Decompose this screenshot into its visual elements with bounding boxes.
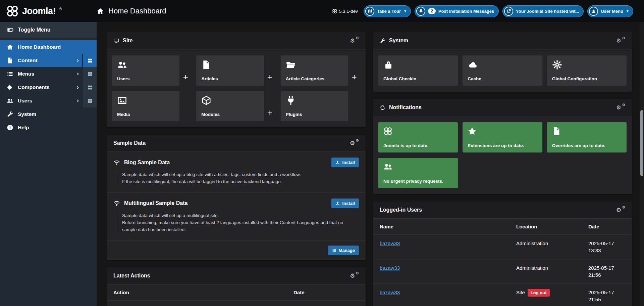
- post-installation-messages-button[interactable]: 2 Post Installation Messages: [415, 5, 499, 17]
- user-icon: [589, 7, 598, 16]
- toggle-menu-label: Toggle Menu: [18, 27, 50, 33]
- sidebar-item-home-dashboard: Home Dashboard: [0, 40, 97, 54]
- wrench-icon: [380, 38, 385, 44]
- site-card-header: Site ⚙⚙: [107, 32, 366, 49]
- scrollbar-thumb[interactable]: [640, 110, 643, 176]
- chevron-right-icon: ›: [77, 84, 79, 90]
- card-options-button[interactable]: ⚙⚙: [616, 207, 625, 213]
- add-user-button[interactable]: +: [179, 55, 192, 86]
- sidebar-item-users: Users ›: [0, 94, 97, 107]
- brand-wordmark: Joomla!: [22, 6, 56, 16]
- menus-dashboard-button[interactable]: [83, 67, 97, 81]
- card-options-button[interactable]: ⚙⚙: [350, 140, 359, 146]
- plug-icon: [286, 95, 343, 105]
- content-link[interactable]: Content ›: [0, 54, 82, 67]
- trademark: ®: [59, 7, 62, 11]
- topbar-actions: 5.3.1-dev Take a Tour ▼ 2 Post Installat…: [332, 5, 644, 17]
- quick-icon-label: Cache: [468, 76, 537, 81]
- multilingual-sample-data-section: Multilingual Sample Data Install Sample …: [107, 193, 366, 241]
- help-link[interactable]: Help: [0, 121, 97, 134]
- quick-icon-cache[interactable]: Cache: [463, 55, 542, 86]
- site-card: Site ⚙⚙ Users + Articles +: [107, 32, 366, 127]
- sample-data-description: Sample data which will set up a blog sit…: [117, 171, 359, 185]
- quick-icon-modules[interactable]: Modules: [196, 91, 264, 121]
- sample-data-card-header: Sample Data ⚙⚙: [107, 135, 366, 152]
- notification-privacy-requests[interactable]: No urgent privacy requests.: [378, 158, 458, 188]
- location-cell: Administration: [509, 259, 582, 284]
- users-dashboard-button[interactable]: [83, 94, 97, 107]
- add-article-button[interactable]: +: [264, 55, 276, 86]
- user-link[interactable]: bazaw33: [380, 290, 400, 295]
- toggle-menu-button[interactable]: Toggle Menu: [0, 22, 97, 38]
- quick-icon-media[interactable]: Media: [112, 91, 179, 121]
- grid-icon: [87, 98, 93, 104]
- topbar: Joomla! ® Home Dashboard 5.3.1-dev Take …: [0, 0, 644, 22]
- left-column: Site ⚙⚙ Users + Articles +: [107, 32, 366, 306]
- card-options-button[interactable]: ⚙⚙: [350, 37, 359, 44]
- quick-icon-label: Global Configuration: [552, 76, 622, 81]
- latest-actions-card: Latest Actions ⚙⚙ Action Date User bazaw…: [107, 267, 366, 306]
- quick-icon-label: Modules: [201, 112, 259, 117]
- table-row: bazaw33 Administration 2025-05-17 21:56: [373, 259, 632, 284]
- card-options-button[interactable]: ⚙⚙: [616, 104, 625, 111]
- table-row: User bazaw33 logged in to admin Less tha…: [107, 300, 366, 306]
- quick-icon-plugins[interactable]: Plugins: [281, 91, 348, 121]
- card-options-button[interactable]: ⚙⚙: [350, 272, 359, 279]
- quick-icon-global-configuration[interactable]: Global Configuration: [547, 55, 627, 86]
- home-dashboard-link[interactable]: Home Dashboard: [0, 40, 97, 54]
- table-row: bazaw33 SiteLog out 2025-05-17 21:55: [373, 284, 632, 306]
- components-link[interactable]: Components ›: [0, 81, 82, 94]
- install-multilingual-sample-button[interactable]: Install: [331, 199, 359, 208]
- quick-icon-article-categories[interactable]: Article Categories: [281, 55, 348, 86]
- quick-icon-label: Users: [117, 76, 174, 81]
- system-link[interactable]: System: [0, 107, 97, 121]
- user-menu-button[interactable]: User Menu ▼: [587, 5, 633, 17]
- hosted-site-button[interactable]: Your Joomla! Site hosted wit...: [502, 5, 584, 17]
- content-dashboard-button[interactable]: [83, 54, 97, 67]
- components-dashboard-button[interactable]: [83, 81, 97, 94]
- add-category-button[interactable]: +: [348, 55, 360, 86]
- notification-overrides-up-to-date[interactable]: Overrides are up to date.: [547, 122, 627, 152]
- sidebar-item-label: Content: [18, 57, 72, 63]
- quick-icon-label: Plugins: [286, 112, 343, 117]
- sidebar-item-help: Help: [0, 121, 97, 134]
- quick-icon-articles[interactable]: Articles: [196, 55, 264, 86]
- menus-link[interactable]: Menus ›: [0, 67, 82, 81]
- log-out-button[interactable]: Log out: [528, 289, 550, 297]
- notification-joomla-up-to-date[interactable]: Joomla is up to date.: [378, 122, 458, 152]
- logged-in-users-card-header: Logged-in Users ⚙⚙: [373, 202, 632, 219]
- date-cell: 2025-05-17 13:33: [582, 235, 632, 259]
- column-header-date: Date: [287, 285, 366, 301]
- users-icon: [7, 97, 13, 104]
- card-title: System: [389, 38, 408, 44]
- quick-icon-users[interactable]: Users: [112, 55, 179, 86]
- home-icon: [97, 7, 104, 15]
- spacer: [348, 91, 360, 121]
- quick-icon-label: Global Checkin: [383, 76, 453, 81]
- add-module-button[interactable]: +: [264, 91, 276, 121]
- system-card: System ⚙⚙ Global Checkin Cache Global Co…: [373, 32, 632, 92]
- notifications-card: Notifications ⚙⚙ Joomla is up to date. E…: [373, 99, 632, 194]
- info-icon: [7, 124, 13, 131]
- chevron-down-icon: ▼: [627, 10, 629, 13]
- sample-data-card: Sample Data ⚙⚙ Blog Sample Data Install …: [107, 135, 366, 260]
- version-text: 5.3.1-dev: [339, 9, 358, 14]
- notification-extensions-up-to-date[interactable]: Extensions are up to date.: [463, 122, 542, 152]
- home-icon: [7, 44, 13, 50]
- sidebar-item-label: Components: [18, 84, 72, 90]
- name-cell: bazaw33: [373, 284, 509, 306]
- user-link[interactable]: bazaw33: [380, 241, 400, 246]
- chevron-right-icon: ›: [77, 70, 79, 77]
- date-cell: Less than a minute ago: [287, 300, 366, 306]
- take-a-tour-button[interactable]: Take a Tour ▼: [364, 5, 411, 17]
- sample-data-title: Blog Sample Data: [124, 160, 327, 166]
- scrollbar-track[interactable]: [640, 22, 644, 306]
- card-options-button[interactable]: ⚙⚙: [616, 37, 625, 44]
- user-link[interactable]: bazaw33: [380, 265, 400, 271]
- name-cell: bazaw33: [373, 235, 509, 259]
- right-column: System ⚙⚙ Global Checkin Cache Global Co…: [373, 32, 632, 306]
- install-blog-sample-button[interactable]: Install: [331, 158, 359, 167]
- manage-button[interactable]: Manage: [328, 246, 359, 255]
- users-link[interactable]: Users ›: [0, 94, 82, 107]
- quick-icon-global-checkin[interactable]: Global Checkin: [378, 55, 458, 86]
